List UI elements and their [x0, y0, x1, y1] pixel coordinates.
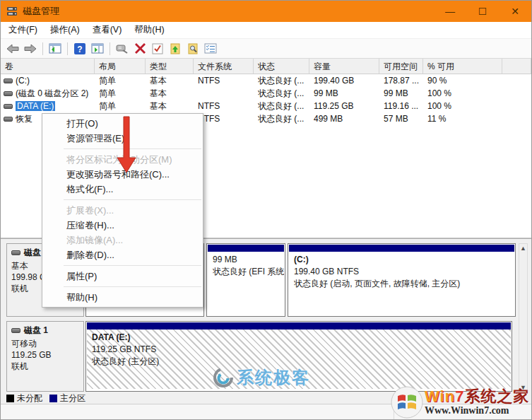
- import-icon[interactable]: [167, 41, 183, 57]
- col-pct-free[interactable]: % 可用: [423, 59, 502, 74]
- cell-free: 178.87 ...: [379, 76, 423, 86]
- title-bar: 磁盘管理 — ☐ ✕: [1, 1, 531, 22]
- partition-status: 状态良好 (启动, 页面文件, 故障转储, 主分区): [294, 278, 509, 290]
- cell-status: 状态良好 (...: [254, 88, 309, 100]
- menu-item-help[interactable]: 帮助(H): [42, 290, 203, 305]
- volume-row-c[interactable]: (C:) 简单 基本 NTFS 状态良好 (... 199.40 GB 178.…: [1, 74, 531, 87]
- menu-separator: [64, 286, 201, 287]
- site-watermark: 系统极客: [213, 366, 310, 389]
- minimize-button[interactable]: —: [434, 1, 466, 22]
- col-type[interactable]: 类型: [146, 59, 194, 74]
- cell-type: 基本: [146, 75, 194, 87]
- find-icon[interactable]: [185, 41, 201, 57]
- primary-partition-bar: [208, 245, 284, 252]
- legend-primary: 主分区: [60, 392, 85, 404]
- cell-free: 57 MB: [379, 114, 423, 124]
- menu-item-shrink-volume[interactable]: 压缩卷(H)...: [42, 218, 203, 233]
- partition-title: DATA (E:): [92, 332, 506, 344]
- col-blank: [502, 59, 531, 74]
- cell-status: 状态良好 (...: [254, 100, 309, 112]
- volume-name: 恢复: [16, 113, 32, 125]
- win7-home-watermark: Win7系统之家 Www.Winwin7.com: [391, 384, 531, 420]
- toolbar: ?: [1, 39, 531, 59]
- delete-volume-icon[interactable]: [132, 41, 148, 57]
- volume-list-header: 卷 布局 类型 文件系统 状态 容量 可用空间 % 可用: [1, 59, 531, 74]
- close-button[interactable]: ✕: [499, 1, 531, 22]
- disk0-partition-c[interactable]: (C:) 199.40 GB NTFS 状态良好 (启动, 页面文件, 故障转储…: [288, 243, 516, 317]
- cell-capacity: 199.40 GB: [309, 76, 379, 86]
- col-free-space[interactable]: 可用空间: [379, 59, 423, 74]
- show-action-pane-icon[interactable]: [90, 41, 105, 57]
- disk1-name: 磁盘 1: [24, 325, 48, 336]
- partition-size: 99 MB: [213, 254, 279, 266]
- toolbar-separator: [67, 42, 68, 55]
- scroll-up-icon[interactable]: ▲: [519, 244, 527, 253]
- forward-icon[interactable]: [23, 41, 38, 57]
- disk-icon: [11, 328, 20, 333]
- volume-name-selected: DATA (E:): [16, 101, 55, 111]
- volume-icon: [4, 104, 13, 109]
- disk-management-app-icon: [6, 6, 18, 16]
- show-console-tree-icon[interactable]: [47, 41, 63, 57]
- primary-partition-bar: [289, 245, 514, 252]
- window-title: 磁盘管理: [23, 5, 59, 18]
- console-properties-icon[interactable]: [114, 41, 130, 57]
- back-icon[interactable]: [5, 41, 20, 57]
- cell-capacity: 119.25 GB: [309, 101, 379, 111]
- col-capacity[interactable]: 容量: [309, 59, 379, 74]
- menu-item-delete-volume[interactable]: 删除卷(D)...: [42, 247, 203, 262]
- menu-item-properties[interactable]: 属性(P): [42, 269, 203, 284]
- vertical-scrollbar[interactable]: ▲ ▼: [519, 243, 528, 393]
- toolbar-separator: [42, 42, 43, 55]
- volume-row-data-e[interactable]: DATA (E:) 简单 基本 NTFS 状态良好 (... 119.25 GB…: [1, 100, 531, 112]
- menu-action[interactable]: 操作(A): [44, 24, 86, 36]
- cell-layout: 简单: [95, 100, 146, 112]
- annotation-arrow-icon: [114, 115, 142, 175]
- menu-item-format[interactable]: 格式化(F)...: [42, 182, 203, 197]
- partition-title: (C:): [294, 254, 509, 266]
- partition-status: 状态良好 (EFI 系统分: [213, 266, 279, 278]
- col-status[interactable]: 状态: [254, 59, 309, 74]
- volume-icon: [4, 78, 13, 83]
- help-icon[interactable]: ?: [72, 41, 88, 57]
- cell-status: 状态良好 (...: [254, 75, 309, 87]
- volume-icon: [4, 91, 13, 96]
- menu-file[interactable]: 文件(F): [2, 24, 44, 36]
- col-layout[interactable]: 布局: [95, 59, 146, 74]
- brand-url: Www.Winwin7.com: [425, 405, 529, 416]
- disk0-partition-efi[interactable]: 99 MB 状态良好 (EFI 系统分: [206, 243, 285, 317]
- cell-capacity: 499 MB: [309, 114, 379, 124]
- disk1-label[interactable]: 磁盘 1 可移动 119.25 GB 联机: [6, 321, 84, 392]
- windows-flag-icon: [391, 386, 423, 419]
- menu-bar: 文件(F) 操作(A) 查看(V) 帮助(H): [1, 22, 531, 39]
- cell-type: 基本: [146, 100, 194, 112]
- primary-partition-bar: [87, 322, 511, 329]
- task-list-icon[interactable]: [203, 41, 218, 57]
- svg-text:?: ?: [77, 44, 82, 54]
- toolbar-separator: [110, 42, 110, 55]
- menu-help[interactable]: 帮助(H): [128, 24, 170, 36]
- cell-capacity: 99 MB: [309, 88, 379, 98]
- disk1-type: 可移动: [11, 338, 79, 349]
- cell-status: 状态良好 (...: [254, 113, 309, 125]
- legend-unallocated: 未分配: [17, 392, 42, 404]
- cell-fs: NTFS: [194, 76, 254, 86]
- cell-free: 119.16 ...: [379, 101, 423, 111]
- menu-view[interactable]: 查看(V): [86, 24, 129, 36]
- menu-item-add-mirror: 添加镜像(A)...: [42, 233, 203, 247]
- set-active-check-icon[interactable]: [150, 41, 165, 57]
- cell-layout: 简单: [95, 75, 146, 87]
- disk1-size: 119.25 GB: [11, 349, 79, 361]
- brand-title: Win7系统之家: [425, 388, 529, 405]
- col-filesystem[interactable]: 文件系统: [194, 59, 254, 74]
- disk-management-window: 磁盘管理 — ☐ ✕ 文件(F) 操作(A) 查看(V) 帮助(H) ?: [0, 0, 532, 420]
- menu-separator: [64, 199, 201, 200]
- col-volume[interactable]: 卷: [1, 59, 95, 74]
- maximize-button[interactable]: ☐: [466, 1, 499, 22]
- cell-pct: 11 %: [423, 114, 502, 124]
- watermark-logo-icon: [213, 367, 234, 388]
- volume-row-disk0-part2[interactable]: (磁盘 0 磁盘分区 2) 简单 基本 状态良好 (... 99 MB 99 M…: [1, 87, 531, 100]
- volume-name: (C:): [16, 76, 30, 86]
- partition-size: 199.40 GB NTFS: [294, 266, 509, 278]
- menu-separator: [64, 265, 201, 266]
